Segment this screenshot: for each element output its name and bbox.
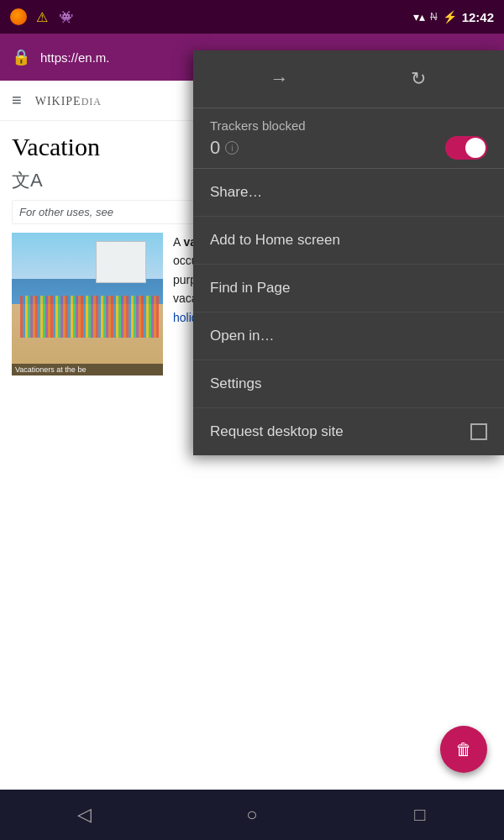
status-bar-right: ▾▴ N ⚡ 12:42	[413, 10, 494, 24]
back-button[interactable]: ◁	[59, 798, 109, 832]
beach-crowd	[20, 296, 159, 338]
menu-top-row: → ↻	[193, 50, 504, 108]
trackers-label: Trackers blocked	[210, 118, 487, 133]
beach-building	[96, 241, 146, 283]
info-icon[interactable]: i	[225, 141, 239, 155]
firefox-icon	[10, 8, 27, 25]
time-display: 12:42	[462, 10, 494, 24]
trackers-toggle[interactable]	[445, 136, 487, 160]
trackers-row: Trackers blocked 0 i	[193, 108, 504, 169]
trash-icon: 🗑	[455, 740, 472, 759]
wifi-icon: ▾▴	[413, 10, 425, 24]
menu-item-open-in[interactable]: Open in…	[193, 312, 504, 360]
menu-item-request-desktop[interactable]: Request desktop site	[193, 408, 504, 455]
toggle-knob	[465, 138, 486, 158]
menu-item-add-home[interactable]: Add to Home screen	[193, 217, 504, 265]
home-button[interactable]: ○	[227, 798, 277, 832]
status-bar-left: ⚠ 👾	[10, 8, 74, 25]
bottom-nav: ◁ ○ □	[0, 790, 504, 840]
request-desktop-checkbox[interactable]	[470, 423, 487, 440]
beach-scene: Vacationers at the be	[12, 233, 163, 375]
refresh-icon: ↻	[411, 68, 426, 90]
battery-icon: ⚡	[443, 10, 457, 24]
status-bar: ⚠ 👾 ▾▴ N ⚡ 12:42	[0, 0, 504, 34]
back-icon: ◁	[77, 804, 92, 826]
menu-item-settings[interactable]: Settings	[193, 360, 504, 408]
trackers-count-row: 0 i	[210, 136, 487, 160]
forward-button[interactable]: →	[259, 62, 301, 96]
recent-apps-icon: □	[414, 804, 425, 826]
refresh-button[interactable]: ↻	[397, 62, 439, 96]
recent-apps-button[interactable]: □	[395, 798, 445, 832]
warning-icon: ⚠	[34, 8, 50, 25]
menu-item-find[interactable]: Find in Page	[193, 265, 504, 312]
beach-image-caption: Vacationers at the be	[12, 364, 163, 375]
trackers-count: 0 i	[210, 137, 239, 159]
bug-icon: 👾	[57, 8, 74, 25]
hamburger-menu[interactable]: ≡	[12, 91, 22, 110]
article-image: Vacationers at the be	[12, 233, 163, 375]
forward-icon: →	[270, 68, 289, 90]
dropdown-menu: → ↻ Trackers blocked 0 i Share… Add to H…	[193, 50, 504, 455]
fab-delete-button[interactable]: 🗑	[440, 726, 487, 773]
home-icon: ○	[246, 804, 257, 826]
wiki-logo: WIKIPEDIA	[35, 89, 102, 112]
lock-icon: 🔒	[12, 48, 30, 66]
menu-item-share[interactable]: Share…	[193, 169, 504, 217]
signal-blocked-icon: N	[430, 11, 438, 23]
